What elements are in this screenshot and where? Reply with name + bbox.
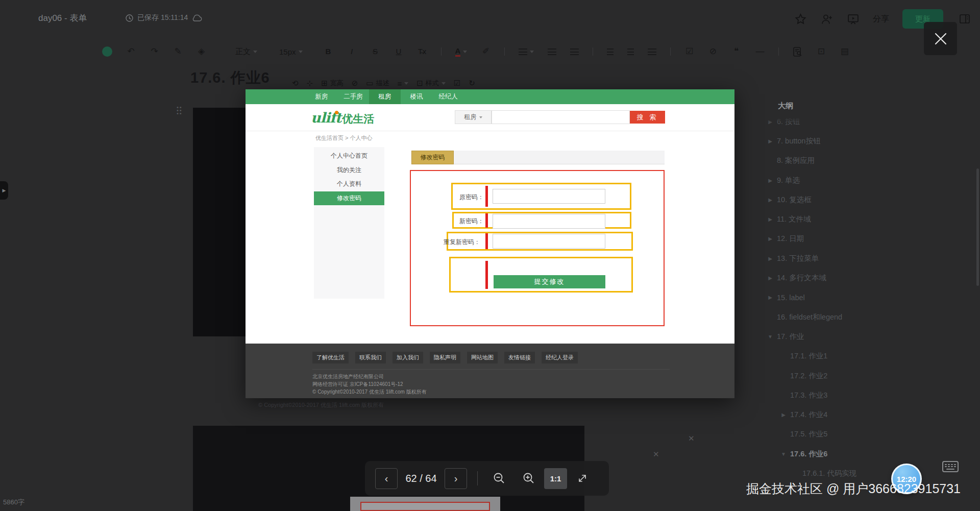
close-icon	[933, 31, 948, 46]
highlight-icon[interactable]: ✐	[481, 44, 491, 59]
outline-item[interactable]: 17. 作业	[764, 327, 917, 346]
outline-item[interactable]: 17.3. 作业3	[764, 385, 917, 405]
outline-item[interactable]: 15. label	[764, 288, 917, 307]
caption-icon: ▭	[366, 79, 373, 88]
keyboard-icon[interactable]	[942, 459, 959, 474]
chevron-icon[interactable]	[764, 197, 777, 203]
crop-icon[interactable]: ⊹	[307, 79, 313, 88]
chevron-icon[interactable]	[777, 451, 790, 457]
site-header: ulift 优生活 租房 搜 索	[246, 104, 734, 131]
close-preview-button[interactable]	[924, 22, 957, 55]
image-align-select[interactable]: ≡	[398, 79, 409, 88]
site-nav-item: 租房	[369, 89, 401, 104]
chevron-icon[interactable]	[764, 178, 777, 183]
undo-icon[interactable]: ↶	[126, 44, 136, 59]
image-link-icon[interactable]: ⊘	[352, 79, 358, 88]
sidebar-expander[interactable]: ▶	[0, 181, 8, 200]
outdent-icon[interactable]	[607, 48, 614, 55]
outline-item[interactable]: 16. fieldset和legend	[764, 307, 917, 327]
doc-title[interactable]: day06 - 表单	[38, 12, 87, 24]
link-icon[interactable]: ⊘	[708, 44, 718, 59]
chevron-down-icon	[442, 82, 446, 85]
site-menu-item: 个人资料	[314, 177, 384, 191]
presentation-icon[interactable]	[847, 13, 860, 26]
image-caption-button[interactable]: ▭描述	[366, 79, 389, 88]
image-style-select[interactable]: ⊡样式	[416, 79, 446, 88]
chevron-icon[interactable]	[764, 295, 777, 300]
outline-item[interactable]: 9. 单选	[764, 171, 917, 190]
align-icon: ≡	[398, 79, 402, 88]
ordered-list-icon[interactable]	[548, 48, 556, 55]
add-user-icon[interactable]	[820, 13, 834, 26]
outline-item[interactable]: 17.2. 作业2	[764, 366, 917, 385]
outline-item[interactable]: 10. 复选框	[764, 190, 917, 209]
share-button[interactable]: 分享	[873, 14, 889, 25]
outline-item[interactable]: 12. 日期	[764, 229, 917, 249]
format-painter-icon[interactable]: ✎	[173, 44, 183, 59]
align-select[interactable]	[519, 48, 534, 55]
outline-item[interactable]: 11. 文件域	[764, 209, 917, 229]
style-icon: ⊡	[416, 79, 423, 88]
find-replace-icon[interactable]	[793, 46, 802, 57]
reset-icon[interactable]: ↻	[469, 79, 475, 88]
search-input	[492, 110, 630, 124]
fullscreen-button[interactable]	[571, 467, 594, 490]
checkbox-icon[interactable]: ☑	[684, 44, 694, 59]
clear-format-icon[interactable]: ◈	[197, 44, 206, 59]
quote-icon[interactable]: ❝	[731, 44, 741, 59]
more-tools-icon[interactable]: ▤	[840, 44, 849, 59]
chevron-icon[interactable]	[764, 256, 777, 261]
paragraph-style-select[interactable]: 正文	[235, 47, 257, 57]
image-size-button[interactable]: ⊞宽高	[321, 79, 344, 88]
italic-button[interactable]: I	[347, 44, 357, 59]
prev-page-button[interactable]: ‹	[375, 468, 398, 489]
outline-item[interactable]: 17.6. 作业6	[764, 444, 917, 464]
footer-link: 联系我们	[355, 352, 386, 363]
outline-item[interactable]: 17.4. 作业4	[764, 405, 917, 424]
chevron-icon[interactable]	[764, 236, 777, 241]
chevron-icon[interactable]	[764, 216, 777, 222]
image-preview[interactable]: 新房二手房租房楼讯经纪人 ulift 优生活 租房 搜 索 优生活首页 > 个人…	[246, 89, 734, 398]
chevron-icon[interactable]	[764, 275, 777, 281]
font-color-select[interactable]: A	[455, 47, 468, 57]
redo-icon[interactable]: ↷	[150, 44, 159, 59]
outline-item[interactable]: 8. 案例应用	[764, 151, 917, 171]
chevron-icon[interactable]	[764, 138, 777, 144]
clear-style-button[interactable]: T̶x	[418, 44, 427, 59]
checkbox-icon[interactable]: ☑	[454, 79, 460, 88]
page-indicator: 62 / 64	[398, 473, 445, 484]
image-style-label: 样式	[426, 79, 439, 88]
translate-icon[interactable]: ⊡	[816, 44, 826, 59]
bold-button[interactable]: B	[324, 44, 333, 59]
scrollbar[interactable]	[976, 168, 979, 286]
chevron-icon[interactable]	[764, 334, 777, 339]
footer-line: 北京优生活房地产经纪有限公司	[312, 373, 427, 380]
line-spacing-icon[interactable]	[648, 48, 656, 55]
rotate-icon[interactable]: ⟲	[292, 79, 299, 88]
drag-handle-icon[interactable]: ••••••	[177, 106, 183, 115]
zoom-out-button[interactable]	[488, 467, 510, 490]
outline-item-label: 11. 文件域	[777, 214, 811, 224]
image-block-toolbar: ⟲ ⊹ ⊞宽高 ⊘ ▭描述 ≡ ⊡样式 ☑ ↻	[292, 76, 475, 91]
next-page-button[interactable]: ›	[445, 468, 467, 489]
actual-size-button[interactable]: 1:1	[544, 468, 567, 489]
bullet-list-icon[interactable]	[570, 48, 579, 55]
strikethrough-button[interactable]: S	[371, 44, 380, 59]
outline-item[interactable]: 17.5. 作业5	[764, 425, 917, 444]
chevron-icon[interactable]	[777, 412, 790, 418]
outline-item[interactable]: 7. button按钮	[764, 131, 917, 151]
indent-icon[interactable]	[627, 48, 634, 55]
underline-button[interactable]: U	[394, 44, 404, 59]
sidebar-toggle-icon[interactable]	[959, 13, 971, 25]
outline-item[interactable]: 17.1. 作业1	[764, 347, 917, 366]
outline-item[interactable]: 13. 下拉菜单	[764, 249, 917, 268]
star-icon[interactable]	[794, 13, 807, 26]
horizontal-rule-icon[interactable]: —	[755, 44, 765, 59]
zoom-in-button[interactable]	[518, 467, 540, 490]
site-nav-item: 新房	[306, 89, 337, 104]
new-password-field	[493, 214, 605, 229]
font-size-select[interactable]: 15px	[279, 47, 303, 56]
tab-change-password: 修改密码	[411, 151, 454, 164]
outline-item[interactable]: 14. 多行文本域	[764, 268, 917, 287]
footer-divider	[312, 369, 670, 370]
